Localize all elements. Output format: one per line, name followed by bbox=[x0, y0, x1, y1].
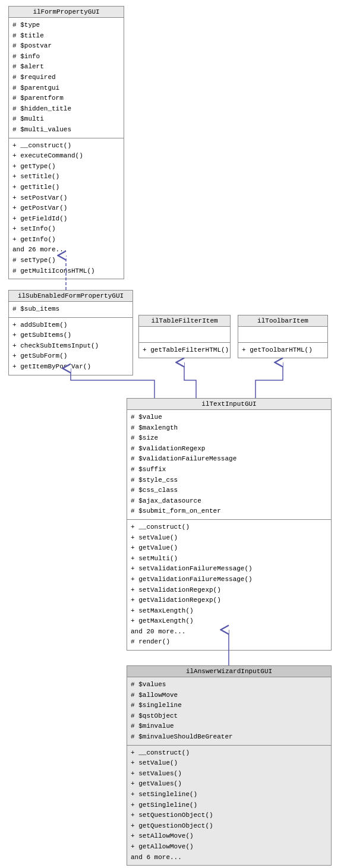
box-fields-ilFormPropertyGUI: # $type # $title # $postvar # $info # $a… bbox=[9, 18, 124, 138]
box-title-ilTextInputGUI: ilTextInputGUI bbox=[127, 399, 331, 410]
box-methods-ilFormPropertyGUI: + __construct() + executeCommand() + get… bbox=[9, 138, 124, 279]
box-fields-ilSubEnabledFormPropertyGUI: # $sub_items bbox=[9, 302, 133, 318]
box-ilAnswerWizardInputGUI: ilAnswerWizardInputGUI # $values # $allo… bbox=[127, 665, 332, 866]
box-ilTableFilterItem: ilTableFilterItem + getTableFilterHTML() bbox=[138, 315, 231, 358]
box-methods-ilToolbarItem: + getToolbarHTML() bbox=[238, 343, 327, 358]
box-ilFormPropertyGUI: ilFormPropertyGUI # $type # $title # $po… bbox=[8, 6, 124, 279]
arrow-ilTextInput-to-ilTableFilter bbox=[184, 362, 196, 398]
box-methods-ilTextInputGUI: + __construct() + setValue() + getValue(… bbox=[127, 520, 331, 650]
box-ilToolbarItem: ilToolbarItem + getToolbarHTML() bbox=[238, 315, 328, 358]
box-ilTextInputGUI: ilTextInputGUI # $value # $maxlength # $… bbox=[127, 398, 332, 651]
box-title-ilToolbarItem: ilToolbarItem bbox=[238, 315, 327, 327]
box-fields-ilTableFilterItem bbox=[139, 327, 230, 343]
arrow-ilTextInput-to-ilToolbar bbox=[255, 362, 283, 398]
diagram-container: ilFormPropertyGUI # $type # $title # $po… bbox=[0, 0, 347, 868]
box-fields-ilAnswerWizardInputGUI: # $values # $allowMove # $singleline # $… bbox=[127, 677, 331, 746]
box-methods-ilAnswerWizardInputGUI: + __construct() + setValue() + setValues… bbox=[127, 746, 331, 866]
box-methods-ilSubEnabledFormPropertyGUI: + addSubItem() + getSubItems() + checkSu… bbox=[9, 318, 133, 375]
box-fields-ilTextInputGUI: # $value # $maxlength # $size # $validat… bbox=[127, 410, 331, 520]
box-title-ilFormPropertyGUI: ilFormPropertyGUI bbox=[9, 7, 124, 18]
box-title-ilAnswerWizardInputGUI: ilAnswerWizardInputGUI bbox=[127, 666, 331, 677]
box-fields-ilToolbarItem bbox=[238, 327, 327, 343]
box-title-ilSubEnabledFormPropertyGUI: ilSubEnabledFormPropertyGUI bbox=[9, 291, 133, 302]
box-title-ilTableFilterItem: ilTableFilterItem bbox=[139, 315, 230, 327]
box-ilSubEnabledFormPropertyGUI: ilSubEnabledFormPropertyGUI # $sub_items… bbox=[8, 290, 133, 375]
box-methods-ilTableFilterItem: + getTableFilterHTML() bbox=[139, 343, 230, 358]
